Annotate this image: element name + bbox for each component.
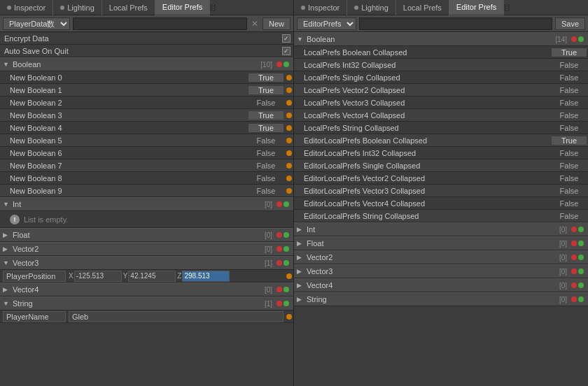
right-search-input[interactable] (359, 17, 552, 30)
y-axis-label: Y (123, 272, 128, 280)
string-name-input[interactable] (3, 311, 66, 322)
left-boolean-section-header[interactable]: ▼ Boolean [10] (0, 57, 293, 71)
left-vector3-section-header[interactable]: ▼ Vector3 [1] (0, 256, 293, 270)
left-vector2-section-header[interactable]: ▶ Vector2 [0] (0, 242, 293, 256)
left-boolean-list: New Boolean 0 True New Boolean 1 True Ne… (0, 71, 293, 197)
left-tab-editor-prefs[interactable]: Editor Prefs (155, 0, 210, 15)
string-value-input[interactable] (69, 311, 284, 322)
list-item: New Boolean 9 False (0, 185, 293, 197)
right-int-dot-red (571, 227, 577, 232)
list-item: New Boolean 0 True (0, 71, 293, 84)
right-inspector-dot-icon (301, 6, 305, 10)
left-float-section-header[interactable]: ▶ Float [0] (0, 228, 293, 242)
boolean-dot-green (284, 62, 289, 67)
int-arrow-icon: ▼ (3, 201, 11, 208)
left-search-input[interactable] (73, 17, 247, 30)
list-item: New Boolean 8 False (0, 172, 293, 185)
string-dot-red (276, 301, 282, 306)
left-search-clear[interactable]: ✕ (250, 19, 260, 29)
list-item: EditorLocalPrefs Int32 Collapsed False (294, 147, 588, 159)
list-item: EditorLocalPrefs Boolean Collapsed True (294, 134, 588, 147)
vector3-fields: X Y Z (69, 271, 284, 282)
left-tab-lighting[interactable]: Lighting (53, 0, 102, 15)
vector2-arrow-icon: ▶ (3, 245, 11, 252)
right-string-dot-green (578, 296, 584, 302)
right-string-section-header[interactable]: ▶ String [0] (294, 292, 588, 306)
int-dot-green (284, 201, 289, 207)
vector3-y-field: Y (123, 271, 176, 282)
right-vector3-dots (571, 269, 585, 274)
right-vector4-section-header[interactable]: ▶ Vector4 [0] (294, 278, 588, 292)
left-vector4-section-header[interactable]: ▶ Vector4 [0] (0, 283, 293, 296)
boolean-dots (276, 62, 290, 67)
list-item: New Boolean 7 False (0, 159, 293, 172)
right-vector2-dot-green (578, 255, 584, 260)
right-vector4-dot-green (578, 283, 584, 288)
string-dot-green (284, 301, 289, 306)
vector3-dot-orange (286, 273, 292, 279)
right-string-dots (571, 296, 585, 302)
list-item: New Boolean 4 True (0, 122, 293, 134)
row-dot-orange (286, 75, 292, 80)
vector3-x-input[interactable] (74, 271, 122, 282)
left-tab-inspector[interactable]: Inspector (0, 0, 53, 15)
right-save-button[interactable]: Save (555, 17, 585, 30)
right-boolean-list: LocalPrefs Boolean Collapsed True LocalP… (294, 46, 588, 222)
list-item: New Boolean 2 False (0, 96, 293, 109)
list-item: New Boolean 5 False (0, 134, 293, 147)
right-float-dot-red (571, 241, 577, 246)
list-item: LocalPrefs Int32 Collapsed False (294, 59, 588, 71)
encrypt-data-row: Encrypt Data ✓ (0, 32, 293, 45)
row-dot-orange (286, 138, 292, 143)
auto-save-checkbox[interactable]: ✓ (282, 47, 290, 55)
right-boolean-arrow-icon: ▼ (297, 36, 305, 43)
right-float-section-header[interactable]: ▶ Float [0] (294, 236, 588, 250)
vector3-z-input[interactable] (182, 271, 230, 282)
row-dot-orange (286, 100, 292, 106)
left-toolbar: PlayerData数 ✕ New (0, 15, 293, 32)
right-vector4-dot-red (571, 283, 577, 288)
right-string-arrow-icon: ▶ (297, 296, 305, 303)
vector3-x-field: X (69, 271, 122, 282)
right-int-section-header[interactable]: ▶ Int [0] (294, 222, 588, 236)
right-vector4-arrow-icon: ▶ (297, 282, 305, 289)
vector2-dot-green (284, 246, 289, 252)
right-vector2-dots (571, 255, 585, 260)
int-empty-row: ! List is empty. (0, 211, 293, 228)
float-arrow-icon: ▶ (3, 231, 11, 238)
list-item: EditorLocalPrefs Vector2 Collapsed False (294, 172, 588, 185)
vector4-dot-green (284, 287, 289, 292)
right-tab-local-prefs[interactable]: Local Prefs (396, 0, 449, 15)
left-string-section-header[interactable]: ▼ String [1] (0, 296, 293, 310)
vector3-item-row: X Y Z (0, 270, 293, 283)
encrypt-data-checkbox[interactable]: ✓ (282, 34, 290, 43)
right-vector2-section-header[interactable]: ▶ Vector2 [0] (294, 250, 588, 264)
left-panel-content: Encrypt Data ✓ Auto Save On Quit ✓ ▼ Boo… (0, 32, 293, 386)
right-tab-inspector[interactable]: Inspector (294, 0, 347, 15)
list-item: LocalPrefs Single Collapsed False (294, 71, 588, 84)
vector2-dot-red (276, 246, 282, 252)
vector3-z-field: Z (177, 271, 230, 282)
right-tab-editor-prefs[interactable]: Editor Prefs (449, 0, 504, 15)
vector3-y-input[interactable] (128, 271, 176, 282)
right-tab-bar-drag-handle[interactable]: ⋮ (504, 4, 510, 11)
vector3-dots (276, 260, 290, 266)
right-tab-lighting[interactable]: Lighting (347, 0, 396, 15)
right-vector3-dot-red (571, 269, 577, 274)
left-dropdown[interactable]: PlayerData数 (3, 17, 70, 30)
right-vector3-section-header[interactable]: ▶ Vector3 [0] (294, 264, 588, 278)
row-dot-orange (286, 163, 292, 169)
left-int-section-header[interactable]: ▼ Int [0] (0, 197, 293, 211)
right-float-dot-green (578, 241, 584, 246)
right-boolean-section-header[interactable]: ▼ Boolean [14] (294, 32, 588, 46)
float-dots (276, 232, 290, 238)
left-save-button[interactable]: New (262, 17, 290, 30)
vector2-dots (276, 246, 290, 252)
vector3-name-input[interactable] (3, 271, 66, 282)
left-tab-local-prefs[interactable]: Local Prefs (102, 0, 155, 15)
vector4-arrow-icon: ▶ (3, 286, 11, 293)
right-dropdown[interactable]: EditorPrefs (297, 17, 356, 30)
boolean-arrow-icon: ▼ (3, 61, 11, 68)
tab-bar-drag-handle[interactable]: ⋮ (210, 4, 216, 11)
list-item: LocalPrefs Vector3 Collapsed False (294, 96, 588, 109)
